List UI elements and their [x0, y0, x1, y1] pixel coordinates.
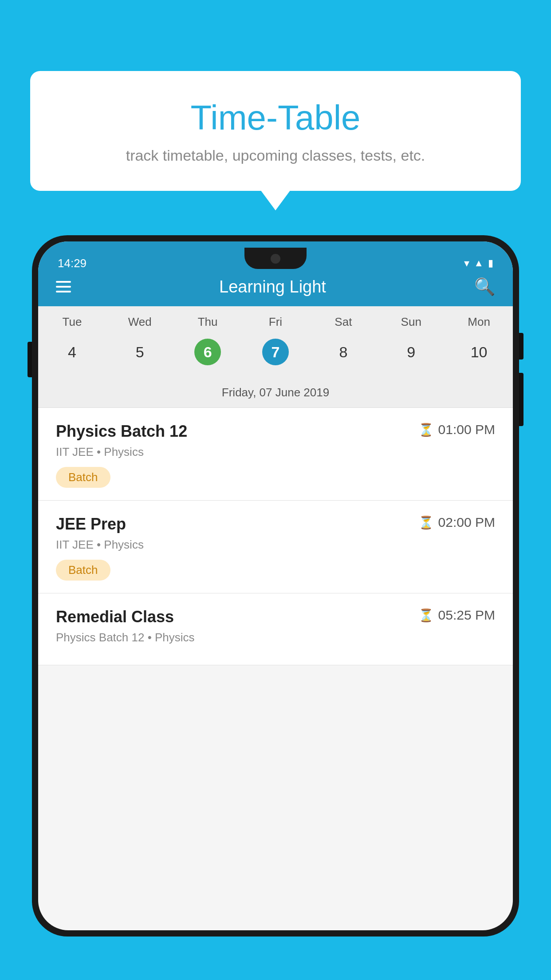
- speech-bubble-container: Time-Table track timetable, upcoming cla…: [30, 71, 521, 191]
- schedule-item-header-1: Physics Batch 12 ⏳ 01:00 PM: [56, 422, 495, 441]
- phone-outer: 14:29 ▾ ▲ ▮ Learning Light 🔍: [32, 235, 519, 937]
- schedule-item-header-3: Remedial Class ⏳ 05:25 PM: [56, 608, 495, 626]
- schedule-item-1[interactable]: Physics Batch 12 ⏳ 01:00 PM IIT JEE • Ph…: [38, 408, 513, 501]
- app-title: Learning Light: [71, 277, 474, 296]
- bubble-title: Time-Table: [48, 98, 503, 138]
- schedule-time-1: ⏳ 01:00 PM: [418, 422, 495, 437]
- bubble-subtitle: track timetable, upcoming classes, tests…: [48, 147, 503, 164]
- day-numbers: 4 5 6 7 8 9 10: [38, 334, 513, 379]
- schedule-time-3: ⏳ 05:25 PM: [418, 608, 495, 623]
- search-icon[interactable]: 🔍: [474, 277, 495, 296]
- batch-tag-1: Batch: [56, 467, 110, 488]
- day-header-thu: Thu: [174, 306, 242, 334]
- day-5[interactable]: 5: [106, 334, 174, 370]
- power-button: [519, 333, 523, 360]
- day-header-mon: Mon: [445, 306, 513, 334]
- time-value-2: 02:00 PM: [438, 515, 495, 530]
- menu-icon[interactable]: [56, 281, 71, 292]
- day-headers: Tue Wed Thu Fri Sat Sun Mon: [38, 306, 513, 334]
- schedule-meta-2: IIT JEE • Physics: [56, 538, 495, 552]
- signal-icon: ▲: [474, 257, 484, 269]
- schedule-item-3[interactable]: Remedial Class ⏳ 05:25 PM Physics Batch …: [38, 593, 513, 665]
- schedule-item-2[interactable]: JEE Prep ⏳ 02:00 PM IIT JEE • Physics Ba…: [38, 501, 513, 593]
- day-8[interactable]: 8: [309, 334, 377, 370]
- day-header-wed: Wed: [106, 306, 174, 334]
- schedule-name-1: Physics Batch 12: [56, 422, 187, 441]
- status-icons: ▾ ▲ ▮: [464, 257, 493, 269]
- battery-icon: ▮: [488, 257, 493, 269]
- day-header-sun: Sun: [377, 306, 445, 334]
- phone-screen: 14:29 ▾ ▲ ▮ Learning Light 🔍: [38, 241, 513, 930]
- phone-mockup: 14:29 ▾ ▲ ▮ Learning Light 🔍: [32, 235, 519, 980]
- day-6-today[interactable]: 6: [174, 334, 242, 370]
- day-7-selected[interactable]: 7: [242, 334, 310, 370]
- schedule-name-2: JEE Prep: [56, 515, 126, 533]
- day-header-fri: Fri: [242, 306, 310, 334]
- batch-tag-2: Batch: [56, 560, 110, 581]
- clock-icon-2: ⏳: [418, 515, 434, 530]
- day-4[interactable]: 4: [38, 334, 106, 370]
- time-value-3: 05:25 PM: [438, 608, 495, 623]
- day-9[interactable]: 9: [377, 334, 445, 370]
- schedule-list: Physics Batch 12 ⏳ 01:00 PM IIT JEE • Ph…: [38, 408, 513, 665]
- schedule-time-2: ⏳ 02:00 PM: [418, 515, 495, 530]
- calendar-strip: Tue Wed Thu Fri Sat Sun Mon 4 5 6 7 8 9 …: [38, 306, 513, 408]
- schedule-meta-3: Physics Batch 12 • Physics: [56, 631, 495, 644]
- schedule-meta-1: IIT JEE • Physics: [56, 445, 495, 459]
- status-time: 14:29: [58, 257, 87, 270]
- volume-button: [28, 342, 32, 377]
- schedule-name-3: Remedial Class: [56, 608, 174, 626]
- schedule-item-header-2: JEE Prep ⏳ 02:00 PM: [56, 515, 495, 533]
- camera-notch: [271, 254, 280, 264]
- day-header-tue: Tue: [38, 306, 106, 334]
- clock-icon-1: ⏳: [418, 423, 434, 437]
- day-10[interactable]: 10: [445, 334, 513, 370]
- clock-icon-3: ⏳: [418, 608, 434, 623]
- time-value-1: 01:00 PM: [438, 422, 495, 437]
- volume-down-button: [519, 373, 523, 426]
- selected-date-label: Friday, 07 June 2019: [38, 379, 513, 408]
- status-bar: 14:29 ▾ ▲ ▮: [44, 248, 507, 279]
- speech-bubble: Time-Table track timetable, upcoming cla…: [30, 71, 521, 191]
- wifi-icon: ▾: [464, 257, 469, 269]
- day-header-sat: Sat: [309, 306, 377, 334]
